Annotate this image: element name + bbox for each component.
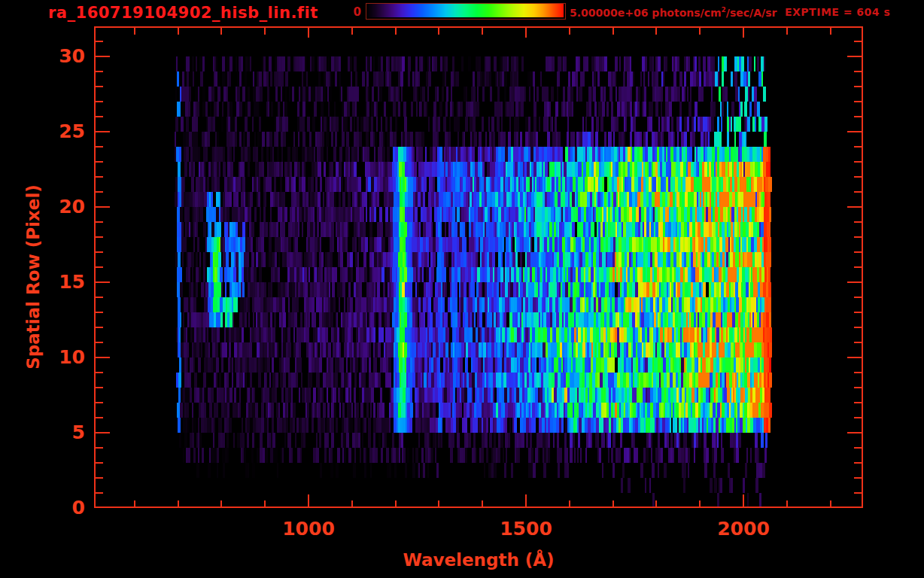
y-major-tick-right (847, 56, 862, 57)
x-minor-tick (482, 500, 483, 507)
x-minor-tick (264, 500, 266, 507)
y-axis-title: Spatial Row (Pixel) (23, 184, 43, 370)
x-minor-tick-top (264, 28, 266, 35)
y-tick-label: 15 (41, 272, 85, 292)
y-minor-tick (96, 161, 103, 163)
y-minor-tick-right (854, 71, 862, 72)
y-minor-tick-right (854, 236, 862, 238)
y-minor-tick (96, 297, 103, 298)
x-major-tick-top (743, 28, 744, 38)
y-minor-tick (96, 477, 103, 479)
x-minor-tick-top (438, 28, 439, 35)
y-minor-tick (96, 447, 103, 449)
y-tick-label: 5 (41, 423, 85, 443)
x-minor-tick (655, 500, 657, 507)
y-minor-tick (96, 312, 103, 313)
y-minor-tick (96, 221, 103, 223)
y-minor-tick (96, 86, 103, 87)
y-tick-label: 30 (41, 47, 85, 66)
x-major-tick (743, 494, 744, 507)
y-minor-tick-right (854, 297, 862, 298)
x-minor-tick (612, 500, 614, 507)
y-tick-label: 0 (41, 498, 85, 518)
y-major-tick-right (847, 131, 862, 132)
y-major-tick (96, 432, 110, 434)
y-minor-tick-right (854, 41, 862, 42)
y-minor-tick (96, 372, 103, 373)
y-minor-tick-right (854, 462, 862, 464)
y-minor-tick-right (854, 146, 862, 148)
x-minor-tick-top (699, 28, 701, 35)
x-major-tick (525, 494, 527, 507)
y-tick-label: 20 (41, 197, 85, 217)
y-minor-tick-right (854, 492, 862, 494)
y-minor-tick (96, 251, 103, 253)
x-minor-tick-top (569, 28, 570, 35)
y-minor-tick-right (854, 372, 862, 373)
x-minor-tick (786, 500, 788, 507)
y-minor-tick (96, 71, 103, 72)
y-minor-tick (96, 387, 103, 388)
x-minor-tick-top (178, 28, 179, 35)
y-major-tick-right (847, 281, 862, 283)
y-minor-tick-right (854, 191, 862, 193)
colorbar (366, 3, 566, 20)
y-minor-tick (96, 191, 103, 193)
x-minor-tick-top (395, 28, 397, 35)
y-tick-label: 25 (41, 122, 85, 141)
x-axis-title: Wavelength (Å) (388, 550, 569, 570)
y-minor-tick (96, 342, 103, 343)
spectrogram-viewer-window: ra_160719104902_hisb_lin.fit 0 5.00000e+… (0, 0, 924, 578)
x-minor-tick (134, 500, 135, 507)
colorbar-gradient (366, 4, 564, 17)
colorbar-max-label: 5.00000e+06 photons/cm2/sec/A/sr (570, 6, 777, 19)
y-minor-tick-right (854, 387, 862, 388)
x-minor-tick-top (830, 28, 831, 35)
x-tick-label: 1000 (263, 519, 354, 539)
y-major-tick-right (847, 206, 862, 208)
x-major-tick-top (308, 28, 309, 38)
y-minor-tick (96, 116, 103, 117)
plot-frame (94, 26, 863, 508)
x-minor-tick-top (612, 28, 614, 35)
y-minor-tick-right (854, 86, 862, 87)
y-minor-tick (96, 176, 103, 178)
y-major-tick (96, 131, 110, 132)
colorbar-max-value: 5.00000e+06 (570, 7, 648, 19)
x-minor-tick (569, 500, 570, 507)
x-tick-label: 1500 (481, 519, 571, 539)
y-tick-label: 10 (41, 348, 85, 367)
y-minor-tick (96, 41, 103, 42)
y-minor-tick-right (854, 327, 862, 328)
colorbar-min-label: 0 (340, 5, 361, 19)
y-minor-tick-right (854, 447, 862, 449)
y-minor-tick (96, 492, 103, 494)
x-major-tick (308, 494, 309, 507)
x-major-tick-top (525, 28, 527, 38)
y-minor-tick (96, 327, 103, 328)
x-minor-tick (351, 500, 353, 507)
x-minor-tick-top (786, 28, 788, 35)
x-minor-tick-top (134, 28, 135, 35)
y-minor-tick (96, 402, 103, 403)
y-minor-tick-right (854, 312, 862, 313)
y-major-tick (96, 56, 110, 57)
x-minor-tick (699, 500, 701, 507)
y-minor-tick-right (854, 116, 862, 117)
y-minor-tick-right (854, 176, 862, 178)
y-minor-tick-right (854, 251, 862, 253)
x-minor-tick (830, 500, 831, 507)
y-minor-tick (96, 417, 103, 418)
y-major-tick (96, 357, 110, 358)
y-minor-tick-right (854, 342, 862, 343)
y-minor-tick-right (854, 477, 862, 479)
y-minor-tick-right (854, 417, 862, 418)
y-minor-tick-right (854, 402, 862, 403)
y-minor-tick-right (854, 266, 862, 268)
colorbar-units-prefix: photons/cm (648, 7, 721, 19)
x-minor-tick (220, 500, 222, 507)
file-title: ra_160719104902_hisb_lin.fit (48, 4, 318, 22)
x-minor-tick-top (655, 28, 657, 35)
x-minor-tick-top (482, 28, 483, 35)
y-minor-tick-right (854, 221, 862, 223)
